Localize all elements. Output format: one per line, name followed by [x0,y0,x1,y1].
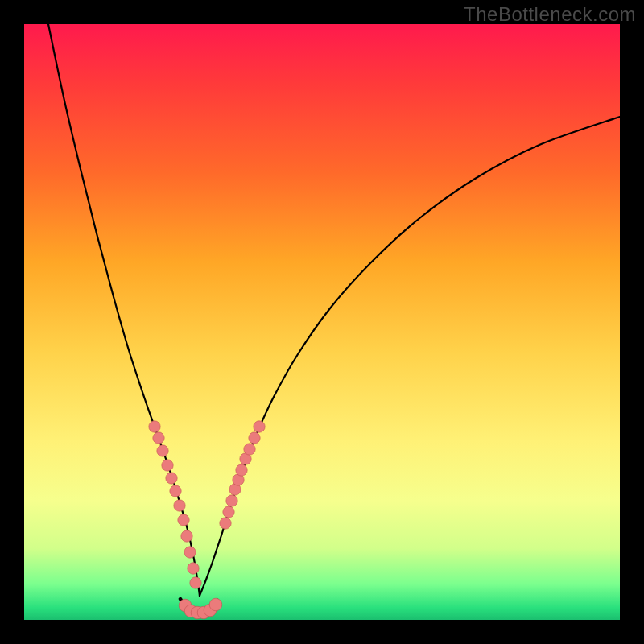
series-right-curve [200,117,620,596]
bead-point [209,598,222,611]
bead-point [249,432,260,444]
bead-point [181,530,192,542]
bead-point [188,563,199,574]
bead-point [153,432,164,444]
bead-point [157,445,168,456]
bead-point [236,464,247,476]
bead-point [162,460,173,471]
plot-area [24,24,620,620]
bead-point [244,444,255,455]
curve-layer [48,24,620,613]
bead-point [149,421,160,432]
bead-point [190,577,201,588]
bead-point [223,506,234,518]
bead-point [170,485,181,497]
watermark-text: TheBottleneck.com [464,3,636,26]
bead-point [184,547,196,558]
bead-point [254,421,265,432]
bead-layer [149,421,265,619]
bead-point [226,495,237,506]
bead-point [174,500,185,511]
chart-svg [24,24,620,620]
bead-point [220,518,231,529]
frame: TheBottleneck.com [0,0,644,644]
bead-point [178,514,189,526]
bead-point [166,473,177,484]
